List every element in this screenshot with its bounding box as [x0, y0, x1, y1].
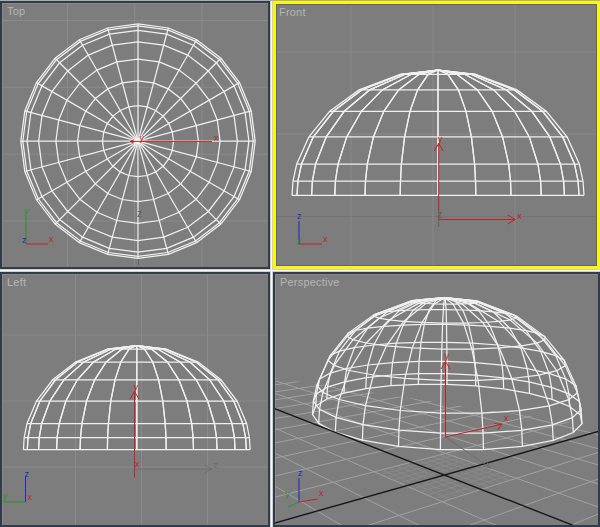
svg-text:x: x	[319, 488, 324, 498]
svg-text:x: x	[517, 211, 522, 221]
svg-text:y: y	[24, 206, 29, 216]
svg-text:z: z	[437, 209, 442, 220]
svg-text:x: x	[28, 492, 33, 502]
svg-text:x: x	[504, 413, 509, 423]
svg-text:x: x	[323, 234, 328, 244]
svg-text:y: y	[3, 491, 8, 501]
svg-text:y: y	[297, 235, 302, 245]
svg-text:y: y	[140, 133, 145, 143]
svg-text:z: z	[297, 211, 302, 221]
svg-text:z: z	[22, 235, 27, 245]
svg-text:x: x	[49, 234, 54, 244]
svg-text:x: x	[135, 459, 140, 469]
svg-text:y: y	[438, 134, 443, 144]
svg-text:y: y	[134, 382, 139, 392]
svg-text:z: z	[137, 208, 142, 219]
svg-text:z: z	[214, 460, 219, 470]
svg-text:y: y	[285, 489, 290, 499]
svg-text:z: z	[25, 469, 30, 479]
svg-text:y: y	[445, 351, 450, 361]
svg-text:z: z	[298, 468, 303, 478]
svg-text:x: x	[214, 133, 219, 143]
